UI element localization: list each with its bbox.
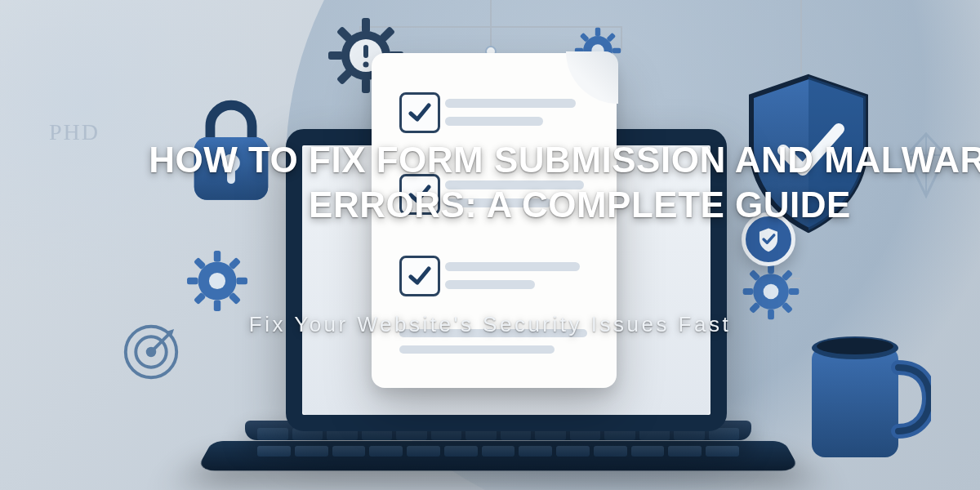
lock-icon [183,94,279,207]
svg-rect-13 [595,28,600,36]
svg-point-11 [363,62,369,68]
text-line [445,117,543,126]
svg-rect-1 [362,18,370,33]
svg-rect-35 [743,288,753,295]
svg-rect-2 [362,78,370,93]
coffee-mug-icon [800,327,931,474]
svg-rect-49 [812,346,898,457]
text-line [445,280,535,289]
svg-point-51 [817,338,893,354]
decorative-text-phd: PHD [49,119,100,145]
svg-rect-10 [363,45,368,58]
keyboard-row [257,446,739,457]
svg-rect-24 [214,301,220,311]
hero-banner: PHD [0,0,980,490]
gear-icon [183,247,252,315]
svg-rect-23 [214,251,220,261]
text-line [445,99,576,108]
text-line [445,180,584,189]
svg-rect-48 [227,166,235,184]
target-icon [119,320,183,384]
svg-rect-26 [237,278,247,284]
svg-rect-3 [328,51,343,60]
checkbox-checked-icon [399,174,440,215]
svg-point-31 [209,273,225,289]
page-curl [566,51,618,104]
text-line [399,345,555,354]
svg-rect-25 [187,278,198,284]
shield-check-icon [739,72,878,235]
decorative-glyph-icon [902,131,951,199]
shield-check-badge-icon [742,212,795,266]
gear-icon [739,260,803,323]
connector-line [800,0,802,74]
text-line [445,198,551,207]
svg-point-41 [764,284,779,300]
svg-rect-34 [768,310,774,319]
svg-rect-36 [789,288,799,295]
text-line [399,329,587,337]
svg-rect-16 [612,48,621,53]
checkbox-checked-icon [399,92,440,133]
document-checklist [372,53,617,388]
connector-line [490,0,492,49]
text-line [445,262,580,271]
checkbox-checked-icon [399,256,440,296]
